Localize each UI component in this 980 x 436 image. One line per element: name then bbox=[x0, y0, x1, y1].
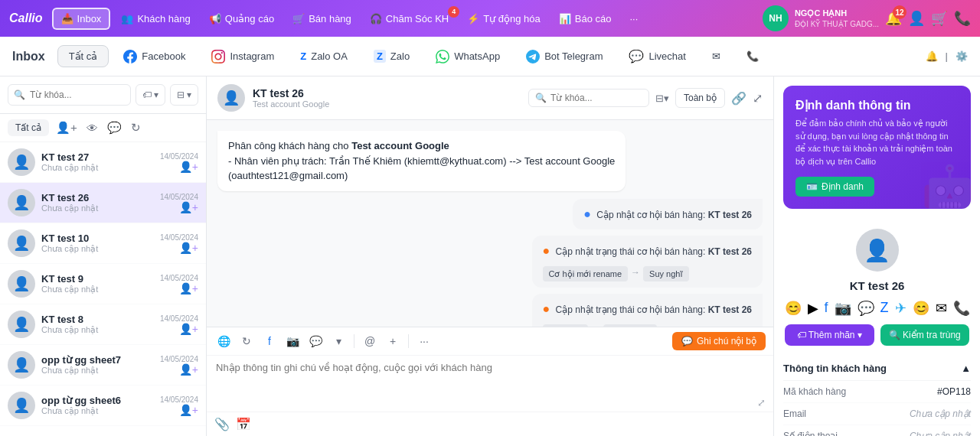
tab-livechat[interactable]: 💬 Livechat bbox=[617, 44, 697, 69]
tab-whatsapp[interactable]: WhatsApp bbox=[424, 44, 511, 69]
profile-zalo-icon[interactable]: Z bbox=[880, 300, 889, 317]
notification-badge: 12 bbox=[893, 5, 906, 19]
check-duplicate-btn[interactable]: 🔍 Kiểm tra trùng bbox=[880, 324, 970, 346]
profile-tg-icon[interactable]: ✈ bbox=[895, 300, 906, 317]
divider-icon: | bbox=[946, 50, 948, 62]
profile-name: KT test 26 bbox=[850, 279, 905, 292]
profile-fb2-icon[interactable]: f bbox=[825, 300, 828, 317]
contact-name: opp từ gg sheet6 bbox=[41, 395, 154, 406]
user-avatar: NH bbox=[763, 5, 789, 31]
contact-info: KT test 27 Chưa cập nhật bbox=[41, 151, 154, 173]
tab-zalo-oa[interactable]: Z Zalo OA bbox=[289, 45, 359, 67]
expand-composer-icon[interactable]: ⤢ bbox=[757, 397, 766, 408]
nav-item-baocao[interactable]: 📊 Báo cáo bbox=[551, 9, 619, 28]
attachment-icon[interactable]: 📎 bbox=[214, 417, 230, 431]
tool-at-icon[interactable]: @ bbox=[361, 332, 379, 350]
contact-item[interactable]: 👤 KT test 26 Chưa cập nhật 14/05/2024 👤+ bbox=[0, 183, 206, 223]
contact-item[interactable]: 👤 KT test 27 Chưa cập nhật 14/05/2024 👤+ bbox=[0, 142, 206, 183]
filter-all-btn[interactable]: Toàn bộ bbox=[675, 88, 725, 108]
tab-phone[interactable]: 📞 bbox=[735, 45, 770, 67]
nav-item-tudong[interactable]: ⚡ Tự động hóa bbox=[459, 9, 548, 28]
eye-icon[interactable]: 👁 bbox=[84, 119, 100, 137]
profile-ig-icon[interactable]: 📷 bbox=[835, 300, 851, 317]
customer-info-header[interactable]: Thông tin khách hàng ▲ bbox=[783, 356, 971, 381]
tool-more-icon[interactable]: ··· bbox=[415, 332, 433, 350]
contact-item[interactable]: 👤 opp từ gg sheet7 Chưa cập nhật 14/05/2… bbox=[0, 345, 206, 386]
contact-item[interactable]: 👤 opp từ gg sheet6 Chưa cập nhật 14/05/2… bbox=[0, 386, 206, 426]
link-icon[interactable]: 🔗 bbox=[731, 91, 746, 106]
contact-name: KT test 9 bbox=[41, 273, 154, 285]
profile-emoji-icon[interactable]: 😊 bbox=[913, 300, 929, 317]
nav-item-quangcao[interactable]: 📢 Quảng cáo bbox=[201, 9, 282, 28]
profile-tiktok-icon[interactable]: ▶ bbox=[808, 300, 818, 317]
tab-instagram[interactable]: Instagram bbox=[200, 44, 286, 69]
contact-add-icon: 👤+ bbox=[160, 161, 198, 173]
contact-name: opp từ gg sheet7 bbox=[41, 354, 154, 366]
profile-channels: 😊 ▶ f 📷 💬 Z ✈ 😊 ✉ 📞 bbox=[785, 300, 970, 317]
msg-prefix: Phân công khách hàng cho bbox=[228, 140, 351, 151]
tool-facebook-icon[interactable]: f bbox=[260, 332, 279, 350]
nav-item-banhang[interactable]: 🛒 Bán hàng bbox=[285, 9, 359, 28]
tool-dropdown-icon[interactable]: ▾ bbox=[329, 332, 348, 350]
settings-icon[interactable]: ⚙️ bbox=[956, 50, 968, 62]
tab-zalo[interactable]: Z Zalo bbox=[362, 44, 421, 68]
nav-label-tudong: Tự động hóa bbox=[483, 13, 541, 24]
tool-instagram-icon[interactable]: 📷 bbox=[283, 332, 302, 350]
composer-text-input[interactable] bbox=[216, 362, 764, 373]
expand-icon[interactable]: ⤢ bbox=[753, 91, 763, 106]
phone-circle-icon[interactable]: 📞 bbox=[954, 10, 971, 27]
bell-channel-icon[interactable]: 🔔 bbox=[926, 50, 938, 62]
notification-btn[interactable]: 🔔 12 bbox=[885, 10, 902, 27]
nav-item-inbox[interactable]: 📥 Inbox bbox=[52, 8, 111, 30]
add-contact-icon[interactable]: 👤+ bbox=[54, 119, 80, 137]
cart-icon[interactable]: 🛒 bbox=[931, 10, 948, 27]
facebook-tab-label: Facebook bbox=[142, 50, 185, 62]
blue-dot-1: ● bbox=[583, 207, 591, 220]
customer-info-title: Thông tin khách hàng bbox=[783, 363, 887, 374]
contact-add-icon: 👤+ bbox=[160, 363, 198, 376]
all-conversations-btn[interactable]: Tất cả bbox=[8, 119, 49, 136]
tab-all[interactable]: Tất cả bbox=[57, 45, 109, 67]
nav-label-chamsoc: Chăm Sóc KH bbox=[386, 13, 449, 24]
message-left-1: Phân công khách hàng cho Test account Go… bbox=[217, 131, 626, 191]
refresh-icon[interactable]: ↻ bbox=[129, 119, 143, 137]
nav-item-chamsoc[interactable]: 🎧 Chăm Sóc KH 4 bbox=[362, 9, 456, 28]
instagram-tab-label: Instagram bbox=[230, 50, 274, 62]
contact-sub: Chưa cập nhật bbox=[41, 244, 154, 254]
ghi-chu-button[interactable]: 💬 Ghi chú nội bộ bbox=[672, 332, 766, 350]
arrow-2: → bbox=[631, 265, 640, 279]
contact-item[interactable]: 👤 KT test 9 Chưa cập nhật 14/05/2024 👤+ bbox=[0, 264, 206, 304]
id-card-btn[interactable]: 🪪 Định danh bbox=[795, 177, 874, 197]
sidebar-search-bar: 🔍 🏷 ▾ ⊟ ▾ bbox=[0, 76, 206, 114]
profile-fb-icon[interactable]: 😊 bbox=[785, 300, 802, 317]
nav-item-khachhang[interactable]: 👥 Khách hàng bbox=[113, 9, 198, 28]
profile-phone-icon[interactable]: 📞 bbox=[953, 300, 970, 317]
chat-search-input[interactable] bbox=[550, 93, 642, 103]
calendar-icon[interactable]: 📅 bbox=[236, 417, 251, 431]
filter-button[interactable]: ⊟ ▾ bbox=[170, 84, 198, 106]
profile-wa-icon[interactable]: 💬 bbox=[858, 300, 874, 317]
chat-filter-icon[interactable]: ⊟▾ bbox=[655, 93, 669, 104]
contact-info: KT test 26 Chưa cập nhật bbox=[41, 192, 154, 213]
tool-refresh-icon[interactable]: ↻ bbox=[237, 332, 256, 350]
message-icon[interactable]: 💬 bbox=[105, 119, 124, 137]
tool-whatsapp-icon[interactable]: 💬 bbox=[306, 332, 325, 350]
composer-input-area[interactable] bbox=[207, 356, 773, 394]
profile-email-icon[interactable]: ✉ bbox=[936, 300, 947, 317]
tab-email[interactable]: ✉ bbox=[701, 45, 732, 67]
tool-globe-icon[interactable]: 🌐 bbox=[214, 332, 233, 350]
nav-item-more[interactable]: ··· bbox=[622, 9, 645, 28]
contact-meta: 14/05/2024 👤+ bbox=[160, 395, 198, 416]
people-icon[interactable]: 👤 bbox=[908, 10, 925, 27]
add-tag-btn[interactable]: 🏷 Thêm nhãn ▾ bbox=[785, 324, 874, 346]
whatsapp-icon bbox=[436, 50, 449, 63]
tab-facebook[interactable]: Facebook bbox=[112, 44, 197, 69]
search-input[interactable] bbox=[8, 84, 131, 106]
tool-plus-icon[interactable]: + bbox=[384, 332, 402, 350]
contact-item[interactable]: 👤 KT test 8 Chưa cập nhật 14/05/2024 👤+ bbox=[0, 304, 206, 345]
ghi-chu-btn-wrap: 💬 Ghi chú nội bộ bbox=[672, 332, 766, 350]
tab-bot-telegram[interactable]: Bot Telegram bbox=[514, 44, 614, 69]
contact-item[interactable]: 👤 KT test 10 Chưa cập nhật 14/05/2024 👤+ bbox=[0, 223, 206, 264]
tag-filter-button[interactable]: 🏷 ▾ bbox=[136, 84, 165, 106]
check-icon: 🔍 bbox=[889, 330, 900, 340]
